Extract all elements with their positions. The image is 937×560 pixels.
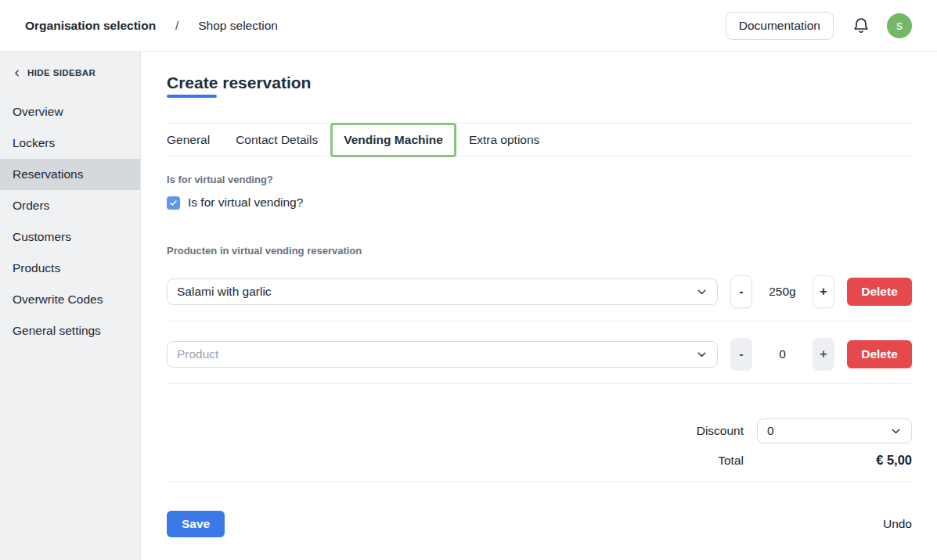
row-divider: [167, 321, 912, 321]
chevron-left-icon: [12, 68, 22, 78]
discount-select-value: 0: [767, 424, 774, 438]
main-content: Create reservation General Contact Detai…: [141, 52, 937, 560]
breadcrumb-separator: /: [175, 19, 178, 32]
total-value: € 5,00: [757, 453, 912, 468]
actions-row: Save Undo: [167, 511, 912, 537]
virtual-vending-checkbox-label[interactable]: Is for virtual vending?: [188, 196, 303, 210]
total-row: Total € 5,00: [167, 453, 912, 468]
tab-extra-options[interactable]: Extra options: [469, 133, 539, 147]
save-button[interactable]: Save: [167, 511, 225, 537]
total-label: Total: [718, 454, 744, 468]
tab-contact-details[interactable]: Contact Details: [236, 133, 318, 147]
discount-select[interactable]: 0: [757, 418, 912, 443]
section-divider: [167, 481, 912, 482]
product-row: Product - 0 + Delete: [167, 338, 912, 371]
tab-vending-machine[interactable]: Vending Machine: [330, 123, 456, 157]
quantity-decrement-button[interactable]: -: [730, 275, 752, 308]
virtual-vending-checkbox-row: Is for virtual vending?: [167, 196, 912, 210]
app-window: Organisation selection / Shop selection …: [0, 0, 937, 560]
notification-bell-icon[interactable]: [851, 16, 871, 36]
sidebar: HIDE SIDEBAR Overview Lockers Reservatio…: [0, 52, 141, 560]
sidebar-item-products[interactable]: Products: [0, 253, 140, 284]
sidebar-item-overwrite-codes[interactable]: Overwrite Codes: [0, 284, 140, 315]
chevron-down-icon: [695, 285, 708, 299]
chevron-down-icon: [889, 425, 903, 438]
hide-sidebar-button[interactable]: HIDE SIDEBAR: [0, 66, 140, 79]
quantity-value: 0: [752, 347, 813, 361]
product-select[interactable]: Product: [167, 341, 718, 368]
delete-product-button[interactable]: Delete: [847, 278, 912, 306]
quantity-value: 250g: [752, 285, 813, 299]
sidebar-item-customers[interactable]: Customers: [0, 221, 140, 253]
discount-label: Discount: [697, 424, 744, 438]
row-divider: [167, 383, 912, 384]
chevron-down-icon: [695, 348, 708, 361]
sidebar-item-overview[interactable]: Overview: [0, 96, 140, 127]
sidebar-item-reservations[interactable]: Reservations: [0, 159, 140, 190]
sidebar-item-lockers[interactable]: Lockers: [0, 127, 140, 159]
title-underline: [167, 95, 217, 98]
quantity-increment-button[interactable]: +: [813, 275, 834, 308]
delete-product-button[interactable]: Delete: [847, 340, 912, 368]
product-select-value: Salami with garlic: [177, 285, 272, 299]
user-avatar[interactable]: s: [887, 13, 912, 38]
topbar: Organisation selection / Shop selection …: [0, 0, 937, 52]
checkmark-icon: [169, 199, 178, 207]
product-select-placeholder: Product: [177, 347, 218, 361]
products-section-label: Producten in virtual vending reservation: [167, 245, 912, 257]
hide-sidebar-label: HIDE SIDEBAR: [27, 68, 96, 77]
undo-link[interactable]: Undo: [883, 517, 912, 531]
discount-row: Discount 0: [167, 418, 912, 443]
tab-general[interactable]: General: [167, 133, 210, 147]
product-select[interactable]: Salami with garlic: [167, 278, 718, 305]
documentation-button[interactable]: Documentation: [726, 12, 834, 40]
sidebar-item-orders[interactable]: Orders: [0, 190, 140, 221]
product-row: Salami with garlic - 250g + Delete: [167, 275, 912, 308]
virtual-vending-field-label: Is for virtual vending?: [167, 174, 912, 185]
breadcrumb-organisation-selection[interactable]: Organisation selection: [25, 19, 156, 33]
breadcrumb-shop-selection[interactable]: Shop selection: [198, 19, 278, 33]
quantity-decrement-button[interactable]: -: [730, 338, 752, 371]
quantity-increment-button[interactable]: +: [813, 338, 834, 371]
page-title: Create reservation: [167, 73, 912, 92]
virtual-vending-checkbox[interactable]: [167, 196, 180, 210]
sidebar-item-general-settings[interactable]: General settings: [0, 315, 140, 346]
tab-bar: General Contact Details Vending Machine …: [167, 123, 912, 156]
